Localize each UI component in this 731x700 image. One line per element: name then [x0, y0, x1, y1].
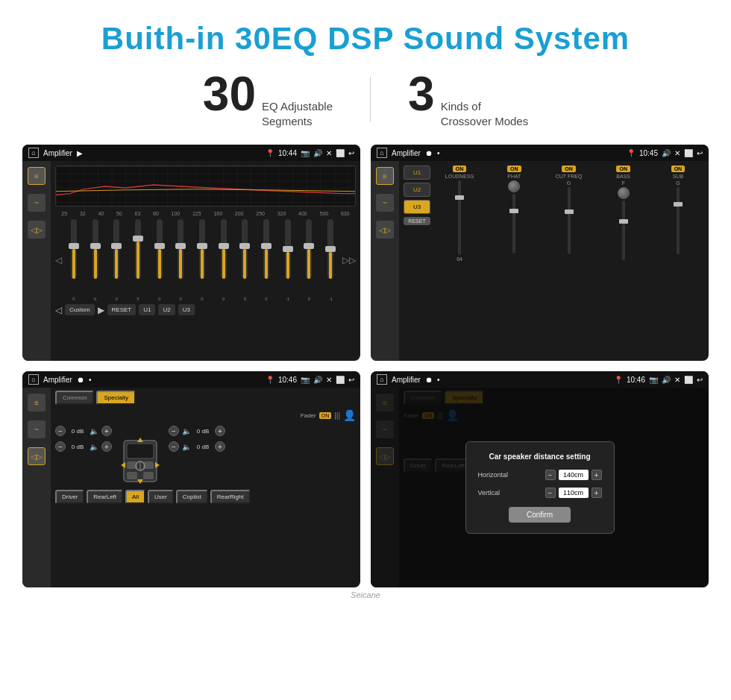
- wave-icon-1[interactable]: ~: [28, 194, 46, 212]
- u1-preset[interactable]: U1: [404, 165, 430, 180]
- home-icon-1[interactable]: ⌂: [28, 148, 39, 158]
- rr-minus[interactable]: −: [169, 441, 179, 452]
- rr-plus[interactable]: +: [215, 441, 225, 452]
- common-tab-3[interactable]: Common: [55, 391, 94, 405]
- record-icon-4: ⏺: [425, 376, 433, 384]
- svg-rect-2: [127, 444, 154, 458]
- stat-crossover: 3 Kinds of Crossover Modes: [371, 70, 565, 128]
- confirm-button[interactable]: Confirm: [509, 507, 571, 523]
- slider-3: 0: [107, 219, 126, 301]
- rearright-btn-3[interactable]: RearRight: [210, 490, 251, 504]
- driver-btn-3[interactable]: Driver: [55, 490, 84, 504]
- window-icon-3: ⬜: [336, 376, 345, 384]
- app-name-1: Amplifier: [43, 149, 72, 157]
- db-ctrl-fl: − 0 dB 🔈 +: [55, 426, 112, 436]
- vertical-label: Vertical: [478, 489, 501, 496]
- slider-1: 0: [64, 219, 84, 301]
- rl-minus[interactable]: −: [55, 441, 66, 452]
- vol-icon-2b[interactable]: ◁▷: [376, 221, 394, 239]
- ch-bass: ON BASS F: [597, 165, 650, 356]
- fl-minus[interactable]: −: [55, 426, 66, 436]
- eq-icon-1[interactable]: ≡: [28, 167, 46, 185]
- specialty-tab-3[interactable]: Specialty: [96, 391, 135, 405]
- bass-knob[interactable]: [618, 187, 630, 199]
- location-icon-1: 📍: [266, 149, 274, 157]
- main-area-3: Common Specialty Fader ON ||| 👤 −: [51, 388, 360, 587]
- sidebar-3: ≡ ~ ◁▷: [22, 388, 51, 587]
- wave-icon-2[interactable]: ~: [376, 194, 394, 212]
- ch-label-bass: BASS: [616, 174, 630, 179]
- copilot-btn-3[interactable]: Copilot: [176, 490, 208, 504]
- vertical-value: 110cm: [559, 488, 589, 498]
- watermark: Seicane: [0, 587, 731, 599]
- u2-btn-1[interactable]: U2: [158, 304, 175, 315]
- camera-icon-4: 📷: [649, 376, 658, 384]
- rl-plus[interactable]: +: [101, 441, 112, 452]
- screen-eq: ⌂ Amplifier ▶ 📍 10:44 📷 🔊 ✕ ⬜ ↩ ≡ ~ ◁▷: [22, 145, 360, 361]
- fr-minus[interactable]: −: [169, 426, 179, 436]
- left-arrow[interactable]: ◁: [55, 255, 62, 265]
- vertical-plus[interactable]: +: [592, 488, 602, 498]
- fr-plus[interactable]: +: [215, 426, 225, 436]
- reset-btn-2[interactable]: RESET: [404, 217, 430, 225]
- ch-slider-loudness[interactable]: [458, 180, 461, 255]
- home-icon-2[interactable]: ⌂: [377, 148, 387, 158]
- prev-arrow[interactable]: ◁: [55, 305, 62, 315]
- on-bass: ON: [616, 165, 630, 172]
- right-arrow[interactable]: ▷▷: [342, 255, 356, 265]
- eq-icon-3[interactable]: ≡: [28, 394, 46, 412]
- horizontal-minus[interactable]: −: [545, 470, 556, 480]
- time-2: 10:45: [639, 149, 658, 157]
- screen-content-4: ≡ ~ ◁▷ Common Specialty Fader ON ||| 👤 D…: [371, 388, 709, 587]
- vol-icon-1[interactable]: ◁▷: [28, 221, 46, 239]
- fader-icon: |||: [334, 412, 340, 420]
- vertical-minus[interactable]: −: [545, 488, 556, 498]
- ch-slider-bass[interactable]: [622, 201, 625, 260]
- ch-label-phat: PHAT: [507, 174, 521, 179]
- ch-slider-sub[interactable]: [677, 187, 680, 254]
- on-loudness: ON: [453, 165, 467, 172]
- location-icon-3: 📍: [266, 376, 274, 384]
- ch-label-cutfreq: CUT FREQ: [556, 174, 583, 179]
- stat-crossover-number: 3: [408, 70, 435, 118]
- reset-btn-1[interactable]: RESET: [107, 304, 137, 315]
- wave-icon-3[interactable]: ~: [28, 420, 46, 438]
- u1-btn-1[interactable]: U1: [139, 304, 155, 315]
- status-right-2: 📍 10:45 🔊 ✕ ⬜ ↩: [627, 149, 703, 157]
- ch-label-loudness: LOUDNESS: [445, 174, 474, 179]
- status-left-4: ⌂ Amplifier ⏺ •: [377, 374, 439, 385]
- home-icon-3[interactable]: ⌂: [28, 374, 39, 385]
- slider-8: 0: [214, 219, 233, 301]
- u3-preset[interactable]: U3: [404, 200, 430, 214]
- screens-grid: ⌂ Amplifier ▶ 📍 10:44 📷 🔊 ✕ ⬜ ↩ ≡ ~ ◁▷: [0, 145, 731, 587]
- ch-slider-cutfreq[interactable]: [568, 187, 571, 254]
- horizontal-control: − 140cm +: [545, 470, 602, 480]
- fader-label: Fader: [301, 412, 316, 419]
- main-area-1: 253240506380 100125160200250320 40050063…: [51, 161, 360, 361]
- u3-btn-1[interactable]: U3: [178, 304, 195, 315]
- status-left-2: ⌂ Amplifier ⏺ •: [377, 148, 439, 158]
- next-arrow[interactable]: ▶: [98, 305, 104, 315]
- svg-marker-11: [121, 462, 125, 468]
- speaker-rr-icon: 🔈: [182, 443, 191, 451]
- time-4: 10:46: [627, 376, 645, 384]
- status-right-1: 📍 10:44 📷 🔊 ✕ ⬜ ↩: [266, 149, 354, 157]
- custom-btn[interactable]: Custom: [65, 304, 95, 315]
- fl-val: 0 dB: [69, 428, 87, 435]
- db-ctrl-rl: − 0 dB 🔈 +: [55, 441, 112, 452]
- speaker-icon-3[interactable]: ◁▷: [28, 447, 46, 465]
- speaker-fl-icon: 🔈: [90, 427, 98, 435]
- u2-preset[interactable]: U2: [404, 183, 430, 197]
- distance-dialog: Car speaker distance setting Horizontal …: [465, 441, 615, 534]
- x-icon-4: ✕: [674, 376, 680, 384]
- home-icon-4[interactable]: ⌂: [377, 374, 387, 385]
- fl-plus[interactable]: +: [101, 426, 112, 436]
- stats-row: 30 EQ Adjustable Segments 3 Kinds of Cro…: [0, 70, 731, 128]
- stat-eq: 30 EQ Adjustable Segments: [166, 70, 370, 128]
- eq-icon-2[interactable]: ≡: [376, 167, 394, 185]
- dot-icon-4: •: [437, 376, 440, 384]
- phat-knob[interactable]: [508, 180, 520, 192]
- horizontal-plus[interactable]: +: [592, 470, 602, 480]
- ch-slider-phat[interactable]: [512, 194, 515, 253]
- db-ctrl-fr: − 🔈 0 dB +: [169, 426, 225, 436]
